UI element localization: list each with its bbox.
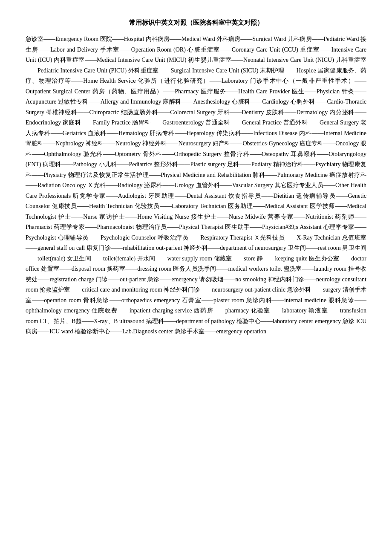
page-title: 常用标识中英文对照（医院各科室中英文对照） <box>26 17 366 28</box>
main-content: 急诊室——Emergency Room 医院——Hospital 内科病房——M… <box>26 34 366 337</box>
